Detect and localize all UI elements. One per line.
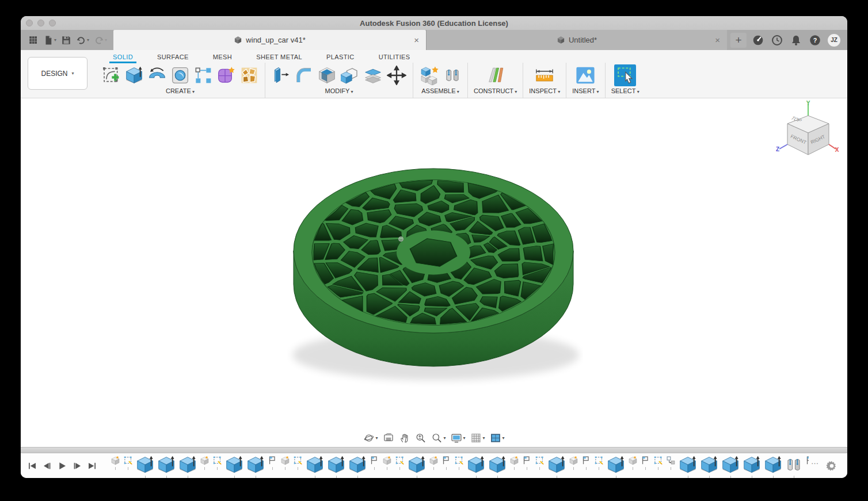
tool-create-form[interactable] (216, 66, 236, 85)
tool-create-sketch[interactable] (101, 66, 121, 85)
tool-select-tool[interactable] (614, 64, 637, 87)
timeline-feature-component[interactable] (429, 456, 439, 470)
timeline-settings-gear-icon[interactable] (824, 458, 839, 473)
timeline-feature-extrude[interactable] (348, 456, 367, 479)
undo-icon[interactable]: ▾ (74, 33, 91, 47)
timeline-feature-component[interactable] (569, 456, 578, 470)
timeline-feature-plane[interactable] (581, 456, 591, 470)
ribbon-tab-mesh[interactable]: MESH (212, 52, 233, 63)
panel-divider[interactable] (21, 447, 847, 453)
timeline-feature-component[interactable] (382, 456, 392, 470)
timeline-feature-plane[interactable] (441, 456, 451, 470)
timeline-feature-extrude[interactable] (607, 456, 625, 479)
save-icon[interactable] (59, 33, 73, 47)
extensions-icon[interactable] (752, 35, 764, 46)
tool-extrude[interactable] (124, 66, 144, 85)
tool-hole[interactable] (170, 66, 190, 85)
tool-construct-plane[interactable] (485, 65, 506, 86)
timeline-feature-sketch[interactable] (212, 456, 222, 470)
timeline-feature-plane[interactable] (370, 456, 379, 470)
tool-shell[interactable] (317, 66, 337, 85)
timeline-feature-extrude[interactable] (306, 456, 324, 479)
help-icon[interactable]: ? (809, 35, 821, 46)
timeline-feature-sketch[interactable] (123, 456, 133, 470)
go-to-end-button[interactable] (86, 460, 98, 472)
tool-measure[interactable] (534, 65, 555, 86)
tool-joint[interactable] (443, 66, 462, 85)
timeline-feature-plane[interactable] (522, 456, 532, 470)
tool-combine[interactable] (340, 66, 360, 85)
ribbon-group-label[interactable]: ASSEMBLE (421, 87, 459, 98)
ribbon-group-label[interactable]: SELECT (611, 87, 639, 98)
ribbon-group-label[interactable]: MODIFY (325, 87, 353, 98)
timeline-feature-extrude[interactable] (488, 456, 507, 479)
timeline-feature-sketch[interactable] (395, 456, 405, 470)
document-tab-inactive[interactable]: Untitled* × (426, 30, 727, 50)
ribbon-group-label[interactable]: INSERT (572, 87, 599, 98)
timeline-feature-extrude[interactable] (408, 456, 426, 479)
display-settings-button[interactable]: ▾ (451, 433, 465, 443)
tool-press-pull[interactable] (271, 66, 291, 85)
timeline-feature-plane[interactable] (805, 456, 809, 470)
tool-fillet[interactable] (294, 66, 314, 85)
timeline-feature-extrude[interactable] (178, 456, 197, 479)
redo-icon[interactable]: ▾ (92, 33, 109, 47)
voronoi-pocket[interactable] (523, 246, 543, 261)
notifications-icon[interactable] (790, 35, 802, 46)
clock-icon[interactable] (771, 35, 783, 46)
fit-button[interactable]: ▾ (431, 433, 446, 443)
timeline-feature-plane[interactable] (641, 456, 650, 470)
timeline-feature-sketch[interactable] (594, 456, 604, 470)
document-tab-active[interactable]: wind_up_car v41* × (113, 30, 426, 50)
apps-grid-icon[interactable] (26, 33, 40, 47)
tool-split-face[interactable] (363, 66, 383, 85)
orbit-button[interactable]: ▾ (363, 433, 378, 443)
avatar[interactable]: JZ (828, 34, 840, 47)
timeline-feature-sketch[interactable] (454, 456, 464, 470)
timeline-feature-extrude[interactable] (157, 456, 176, 479)
ribbon-group-label[interactable]: CREATE (166, 87, 195, 98)
ribbon-tab-plastic[interactable]: PLASTIC (325, 52, 356, 63)
timeline-feature-sketch[interactable] (293, 456, 303, 470)
timeline-feature-extrude[interactable] (467, 456, 485, 479)
timeline-overflow[interactable]: ⋯ (811, 459, 818, 468)
ribbon-tab-solid[interactable]: SOLID (112, 52, 134, 63)
workspace-selector[interactable]: DESIGN ▾ (28, 57, 87, 90)
new-file-icon[interactable]: ▾ (41, 33, 58, 47)
timeline-feature-move[interactable] (666, 456, 676, 470)
timeline-feature-sketch[interactable] (653, 456, 663, 470)
play-button[interactable] (56, 460, 68, 472)
tool-revolve[interactable] (147, 66, 167, 85)
new-document-button[interactable]: + (730, 33, 747, 48)
go-to-start-button[interactable] (26, 460, 38, 472)
ribbon-tab-utilities[interactable]: UTILITIES (378, 52, 412, 63)
step-forward-button[interactable] (71, 460, 83, 472)
timeline-feature-extrude[interactable] (547, 456, 566, 479)
timeline-feature-extrude[interactable] (679, 456, 697, 479)
tool-volumetric-lattice[interactable] (239, 66, 259, 85)
timeline-feature-sketch[interactable] (535, 456, 545, 470)
ribbon-tab-surface[interactable]: SURFACE (156, 52, 190, 63)
timeline-feature-extrude[interactable] (136, 456, 154, 479)
step-back-button[interactable] (41, 460, 53, 472)
model-voronoi-wheel[interactable] (284, 156, 583, 403)
timeline-feature-extrude[interactable] (246, 456, 265, 479)
timeline-feature-plane[interactable] (268, 456, 277, 470)
look-at-button[interactable] (383, 433, 394, 443)
zoom-button[interactable] (415, 433, 426, 443)
ribbon-tab-sheet-metal[interactable]: SHEET METAL (255, 52, 303, 63)
timeline-feature-extrude[interactable] (225, 456, 243, 479)
timeline-feature-component[interactable] (111, 456, 120, 470)
tool-move-tool[interactable] (386, 65, 407, 86)
timeline-feature-joint[interactable] (785, 456, 802, 479)
viewcube[interactable]: Y TOP FRONT RIGHT Z X (775, 100, 839, 159)
tool-new-component[interactable] (419, 65, 440, 86)
timeline-feature-extrude[interactable] (764, 456, 782, 479)
viewport-canvas[interactable]: Y TOP FRONT RIGHT Z X ▾▾▾▾▾ (21, 98, 847, 447)
timeline-feature-component[interactable] (200, 456, 210, 470)
timeline-feature-component[interactable] (628, 456, 638, 470)
viewports-button[interactable]: ▾ (490, 433, 505, 443)
timeline-feature-extrude[interactable] (743, 456, 761, 479)
close-tab-icon[interactable]: × (715, 35, 720, 45)
timeline-feature-extrude[interactable] (327, 456, 345, 479)
